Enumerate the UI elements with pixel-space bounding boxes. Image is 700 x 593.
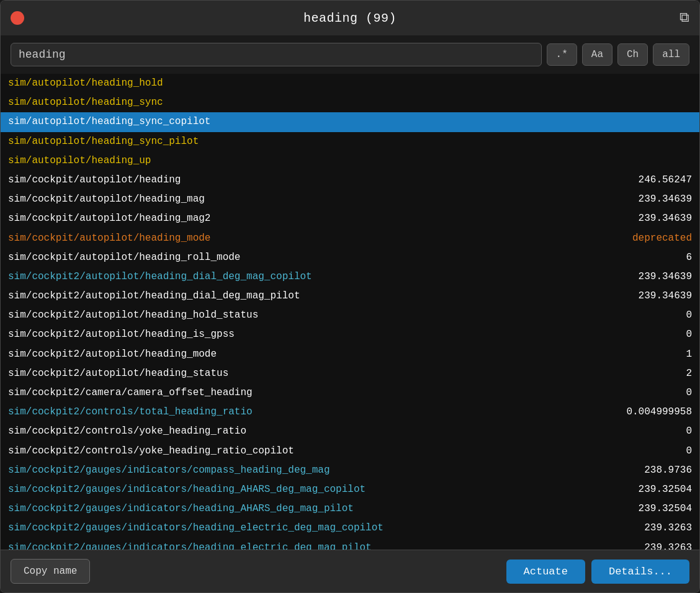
list-item[interactable]: sim/cockpit2/camera/camera_offset_headin…: [1, 383, 699, 403]
list-item[interactable]: sim/cockpit/autopilot/heading_modedeprec…: [1, 229, 699, 248]
actuate-button[interactable]: Actuate: [506, 560, 585, 584]
list-item[interactable]: sim/cockpit2/controls/yoke_heading_ratio…: [1, 442, 699, 461]
item-value: 6: [617, 251, 692, 265]
list-item[interactable]: sim/cockpit2/autopilot/heading_is_gpss0: [1, 325, 699, 344]
item-value: 239.3263: [617, 521, 692, 535]
list-item[interactable]: sim/cockpit2/controls/total_heading_rati…: [1, 403, 699, 422]
item-name: sim/cockpit2/autopilot/heading_is_gpss: [8, 328, 612, 342]
list-item[interactable]: sim/cockpit2/gauges/indicators/heading_e…: [1, 519, 699, 538]
list-item[interactable]: sim/autopilot/heading_sync_pilot: [1, 132, 699, 151]
item-value: 239.34639: [617, 270, 692, 284]
list-item[interactable]: sim/cockpit2/gauges/indicators/heading_e…: [1, 538, 699, 550]
item-name: sim/cockpit2/autopilot/heading_mode: [8, 347, 612, 362]
footer-right: Actuate Details...: [506, 560, 689, 584]
item-name: sim/cockpit2/autopilot/heading_hold_stat…: [8, 308, 612, 323]
title-bar: heading (99) ⧉: [1, 1, 699, 35]
item-name: sim/autopilot/heading_sync: [8, 96, 692, 110]
footer-left: Copy name: [11, 559, 90, 584]
item-value: 0: [617, 444, 692, 458]
list-item[interactable]: sim/cockpit2/autopilot/heading_dial_deg_…: [1, 267, 699, 287]
list-item[interactable]: sim/cockpit/autopilot/heading_roll_mode6: [1, 248, 699, 267]
list-item[interactable]: sim/cockpit/autopilot/heading_mag2239.34…: [1, 209, 699, 228]
item-name: sim/cockpit2/camera/camera_offset_headin…: [8, 386, 612, 400]
item-value: 246.56247: [617, 173, 692, 187]
footer: Copy name Actuate Details...: [1, 550, 699, 592]
item-value: 0.004999958: [617, 405, 692, 419]
item-value: 2: [617, 367, 692, 381]
item-value: 239.32504: [617, 502, 692, 516]
item-name: sim/cockpit2/controls/yoke_heading_ratio: [8, 424, 612, 439]
list-item[interactable]: sim/cockpit2/gauges/indicators/compass_h…: [1, 461, 699, 480]
item-value: 239.32504: [617, 483, 692, 497]
item-name: sim/cockpit2/autopilot/heading_dial_deg_…: [8, 270, 612, 284]
item-value: 238.9736: [617, 463, 692, 478]
item-value: 0: [617, 386, 692, 400]
item-name: sim/cockpit2/gauges/indicators/compass_h…: [8, 463, 612, 478]
item-name: sim/cockpit/autopilot/heading: [8, 173, 612, 187]
copy-name-button[interactable]: Copy name: [11, 559, 90, 584]
item-name: sim/autopilot/heading_hold: [8, 76, 692, 91]
item-value: 239.34639: [617, 212, 692, 226]
item-name: sim/cockpit/autopilot/heading_mag: [8, 192, 612, 207]
item-value: 239.3263: [617, 541, 692, 550]
item-value: 239.34639: [617, 289, 692, 303]
item-name: sim/cockpit2/gauges/indicators/heading_e…: [8, 521, 612, 535]
item-value: 1: [617, 347, 692, 362]
list-item[interactable]: sim/autopilot/heading_sync_copilot: [1, 112, 699, 132]
item-name: sim/autopilot/heading_sync_copilot: [8, 115, 692, 129]
item-name: sim/cockpit/autopilot/heading_mag2: [8, 212, 612, 226]
item-name: sim/cockpit/autopilot/heading_roll_mode: [8, 251, 612, 265]
all-button[interactable]: all: [653, 43, 689, 66]
ch-button[interactable]: Ch: [617, 43, 648, 66]
item-name: sim/cockpit2/controls/total_heading_rati…: [8, 405, 612, 419]
item-value: 0: [617, 308, 692, 323]
list-item[interactable]: sim/cockpit2/autopilot/heading_mode1: [1, 345, 699, 364]
close-button[interactable]: [11, 11, 24, 25]
main-window: heading (99) ⧉ .* Aa Ch all sim/autopilo…: [0, 0, 700, 593]
list-item[interactable]: sim/cockpit2/gauges/indicators/heading_A…: [1, 499, 699, 519]
list-item[interactable]: sim/cockpit/autopilot/heading246.56247: [1, 171, 699, 190]
details-button[interactable]: Details...: [591, 560, 689, 584]
item-value: deprecated: [617, 231, 692, 246]
list-item[interactable]: sim/autopilot/heading_up: [1, 151, 699, 171]
list-item[interactable]: sim/autopilot/heading_sync: [1, 93, 699, 112]
search-bar: .* Aa Ch all: [1, 35, 699, 74]
window-title: heading (99): [303, 11, 397, 25]
item-name: sim/autopilot/heading_up: [8, 154, 692, 168]
item-name: sim/cockpit2/controls/yoke_heading_ratio…: [8, 444, 612, 458]
list-item[interactable]: sim/cockpit2/gauges/indicators/heading_A…: [1, 480, 699, 499]
item-name: sim/autopilot/heading_sync_pilot: [8, 135, 692, 149]
item-value: 0: [617, 328, 692, 342]
regex-button[interactable]: .*: [547, 43, 577, 66]
window-icon[interactable]: ⧉: [680, 10, 689, 26]
list-item[interactable]: sim/autopilot/heading_hold: [1, 74, 699, 93]
item-name: sim/cockpit2/gauges/indicators/heading_A…: [8, 483, 612, 497]
item-name: sim/cockpit2/gauges/indicators/heading_A…: [8, 502, 612, 516]
list-item[interactable]: sim/cockpit2/autopilot/heading_dial_deg_…: [1, 287, 699, 306]
item-name: sim/cockpit2/gauges/indicators/heading_e…: [8, 541, 612, 550]
list-item[interactable]: sim/cockpit2/autopilot/heading_status2: [1, 364, 699, 383]
item-value: 0: [617, 424, 692, 439]
item-name: sim/cockpit2/autopilot/heading_status: [8, 367, 612, 381]
search-input[interactable]: [11, 43, 542, 66]
item-name: sim/cockpit2/autopilot/heading_dial_deg_…: [8, 289, 612, 303]
list-item[interactable]: sim/cockpit/autopilot/heading_mag239.346…: [1, 190, 699, 209]
item-name: sim/cockpit/autopilot/heading_mode: [8, 231, 612, 246]
item-value: 239.34639: [617, 192, 692, 207]
list-item[interactable]: sim/cockpit2/autopilot/heading_hold_stat…: [1, 306, 699, 325]
case-button[interactable]: Aa: [582, 43, 612, 66]
list-item[interactable]: sim/cockpit2/controls/yoke_heading_ratio…: [1, 422, 699, 441]
dataref-list[interactable]: sim/autopilot/heading_holdsim/autopilot/…: [1, 74, 699, 550]
